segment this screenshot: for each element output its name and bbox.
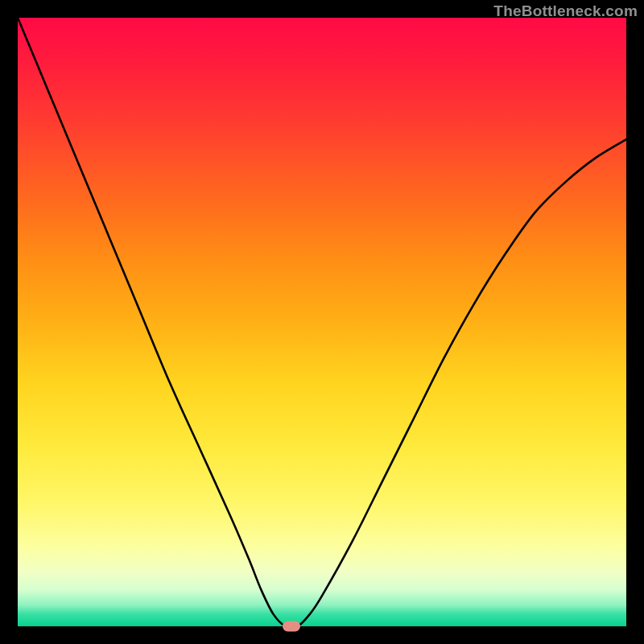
watermark-text: TheBottleneck.com [493, 2, 638, 20]
bottleneck-curve [18, 18, 626, 628]
bottleneck-marker [283, 621, 300, 632]
chart-stage: TheBottleneck.com [0, 0, 644, 644]
curve-layer [18, 18, 626, 626]
